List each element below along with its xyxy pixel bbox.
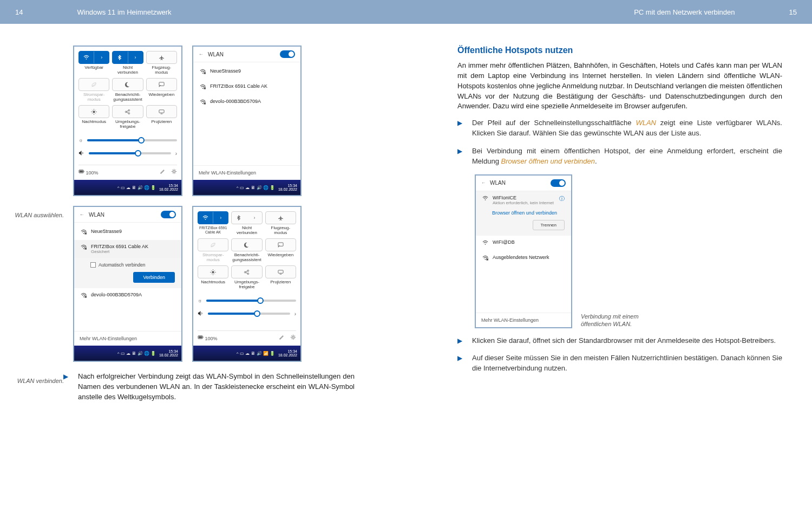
info-icon[interactable]: ⓘ [559,195,565,203]
battery-status[interactable]: 100% [78,168,99,176]
back-button[interactable]: ← [481,180,486,185]
settings-icon[interactable] [290,334,296,341]
brightness-slider[interactable] [206,300,296,302]
wlan-network-item[interactable]: NeueStrasse9 [193,64,300,80]
more-wlan-settings-link[interactable]: Mehr WLAN-Einstellungen [74,331,181,346]
taskbar-clock[interactable]: 15:3418.02.2022 [159,184,178,191]
wlan-network-item-selected[interactable]: WIFIonICEAktion erforderlich, kein Inter… [476,191,571,209]
auto-connect-checkbox[interactable]: Automatisch verbinden [90,262,175,268]
wlan-network-item[interactable]: WIFI@DB [476,236,571,251]
bullet-triangle-icon: ▶ [457,119,462,139]
qs-nearby-share-button[interactable] [112,105,143,118]
airplane-icon [159,55,165,61]
speaker-icon [78,150,84,157]
qs-focus-assist-button[interactable] [112,78,143,91]
bullet-triangle-icon: ▶ [457,147,462,167]
page-header-band: 14 Windows 11 im Heimnetzwerk PC mit dem… [0,0,812,24]
qs-wifi-button[interactable]: › [198,211,228,224]
bluetooth-icon [232,212,247,224]
connect-button[interactable]: Verbinden [133,272,175,283]
wlan-panel-title: WLAN [89,212,156,218]
qs-cast-button[interactable] [265,238,296,251]
chevron-right-icon[interactable]: › [94,51,109,63]
wifi-lock-icon [482,255,488,262]
caption-wlan-connect: WLAN verbinden. [0,377,64,385]
page-number-right: 15 [789,8,797,16]
body-paragraph: An immer mehr öffentlichen Plätzen, Bahn… [457,61,782,112]
system-tray[interactable]: ^ ▭ ☁ 🖥 🔊 🌐 🔋 [117,185,156,190]
brightness-slider[interactable] [87,139,177,141]
taskbar-clock[interactable]: 15:3418.02.2022 [159,349,178,357]
wlan-toggle[interactable] [161,211,176,218]
system-tray[interactable]: ^ ▭ ☁ 🖥 🔊 📶 🔋 [237,351,275,356]
qs-airplane-button[interactable] [265,211,296,224]
qs-battery-saver-button[interactable] [78,78,109,91]
project-icon [278,269,284,275]
screenshot-quicksettings-connected: ›FRITZ!Box 6591 Cable AK ›Nicht verbunde… [192,206,302,362]
taskbar: ^ ▭ ☁ 🖥 🔊 🌐 🔋 15:3418.02.2022 [193,180,300,195]
system-tray[interactable]: ^ ▭ ☁ 🖥 🔊 🌐 🔋 [237,185,275,190]
chevron-right-icon[interactable]: › [213,212,228,224]
settings-icon[interactable] [171,168,177,176]
qs-airplane-button[interactable] [146,51,177,64]
bullet-text: Auf dieser Seite müssen Sie in den meist… [472,353,782,374]
wifi-lock-icon [81,244,87,251]
edit-icon[interactable] [160,168,166,176]
screenshot-quicksettings-1: ›Verfügbar ›Nicht verbunden Flugzeug- mo… [73,46,182,196]
qs-cast-button[interactable] [146,78,177,91]
more-wlan-settings-link[interactable]: Mehr WLAN-Einstellungen [476,313,571,327]
wlan-panel-title: WLAN [490,180,546,186]
taskbar-clock[interactable]: 15:3418.02.2022 [278,349,297,357]
wlan-network-item[interactable]: FRITZ!Box 6591 Cable AK [193,80,300,95]
nightlight-icon [210,269,216,275]
section-heading: Öffentliche Hotspots nutzen [457,46,782,55]
qs-bluetooth-button[interactable]: › [112,51,143,64]
qs-project-button[interactable] [146,105,177,118]
bullet-triangle-icon: ▶ [457,354,462,374]
wlan-toggle[interactable] [551,179,566,187]
wifi-icon [482,196,488,203]
qs-nightlight-button[interactable] [198,265,228,278]
open-browser-link[interactable]: Browser öffnen und verbinden [492,210,565,216]
wlan-network-item[interactable]: Ausgeblendetes Netzwerk [476,251,571,266]
speaker-icon [198,310,204,317]
battery-status[interactable]: 100% [198,334,218,341]
volume-slider[interactable] [208,313,290,315]
cast-icon [278,242,284,248]
qs-wifi-button[interactable]: › [78,51,109,64]
wlan-network-item[interactable]: devolo-000B3BD5709A [74,288,181,303]
qs-bluetooth-button[interactable]: › [231,211,262,224]
taskbar: ^ ▭ ☁ 🖥 🔊 🌐 🔋 15:3418.02.2022 [74,346,181,361]
wlan-toggle[interactable] [280,50,295,58]
wlan-network-item[interactable]: devolo-000B3BD5709A [193,95,300,110]
edit-icon[interactable] [279,334,285,341]
more-wlan-settings-link[interactable]: Mehr WLAN-Einstellungen [193,165,300,180]
disconnect-button[interactable]: Trennen [533,220,565,230]
qs-battery-saver-button[interactable] [198,238,228,251]
qs-nearby-share-button[interactable] [231,265,262,278]
back-button[interactable]: ← [199,51,204,57]
project-icon [159,109,165,115]
bullet-triangle-icon: ▶ [63,373,68,402]
back-button[interactable]: ← [80,212,84,217]
wifi-lock-icon [81,229,87,236]
qs-nightlight-button[interactable] [78,105,109,118]
caption-public-wlan: Verbindung mit einem öffentlichen WLAN. [581,313,651,328]
taskbar: ^ ▭ ☁ 🖥 🔊 📶 🔋 15:3418.02.2022 [193,346,300,361]
wlan-network-item[interactable]: NeueStrasse9 [74,225,181,240]
chevron-right-icon[interactable]: › [175,151,177,157]
qs-focus-assist-button[interactable] [231,238,262,251]
chevron-right-icon[interactable]: › [294,311,296,317]
chevron-right-icon[interactable]: › [128,51,143,63]
moon-icon [244,242,250,248]
volume-slider[interactable] [89,152,171,154]
airplane-icon [278,215,284,221]
taskbar-clock[interactable]: 15:3418.02.2022 [278,184,297,191]
brightness-icon: ☼ [198,298,202,303]
wlan-network-item-selected[interactable]: FRITZ!Box 6591 Cable AKGesichert [74,240,181,258]
bullet-text: Klicken Sie darauf, öffnet sich der Stan… [472,336,782,346]
chevron-right-icon[interactable]: › [247,212,262,224]
system-tray[interactable]: ^ ▭ ☁ 🖥 🔊 🌐 🔋 [117,351,156,356]
wifi-icon [79,51,94,63]
qs-project-button[interactable] [265,265,296,278]
